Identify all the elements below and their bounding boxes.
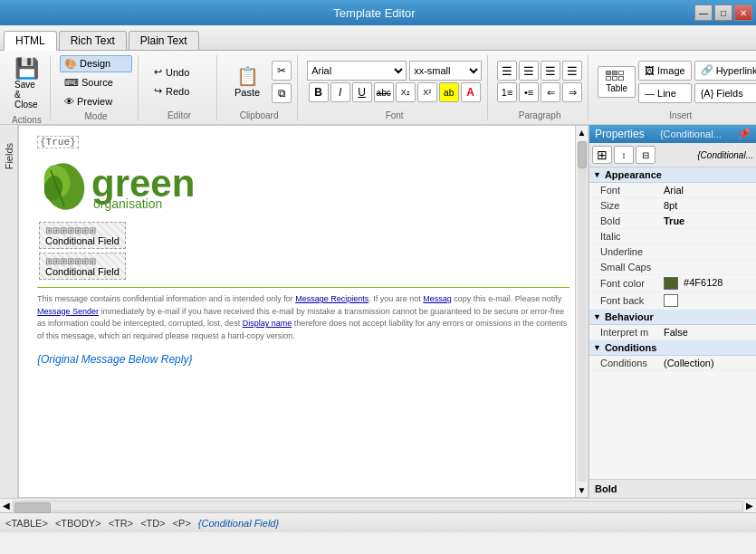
line-icon: —: [645, 88, 655, 99]
image-icon: 🖼: [645, 65, 655, 76]
conditions-section-header[interactable]: ▼ Conditions: [589, 340, 756, 356]
redo-button[interactable]: ↪ Redo: [148, 82, 211, 100]
fields-button[interactable]: {A} Fields: [694, 83, 756, 103]
image-button[interactable]: 🖼 Image: [638, 61, 692, 81]
outdent-button[interactable]: ⇐: [541, 82, 560, 102]
fontback-swatch[interactable]: [664, 294, 678, 307]
title-bar: Template Editor — □ ✕: [0, 0, 756, 25]
insert-group: Table 🖼 Image — Line 🔗 Hyperlink: [592, 55, 756, 120]
vertical-scrollbar[interactable]: ▲ ▼: [575, 126, 588, 497]
message-recipients-link[interactable]: Message Recipients: [295, 294, 368, 303]
subscript-button[interactable]: X₂: [396, 82, 416, 102]
props-view-button[interactable]: ⊟: [636, 146, 656, 164]
maximize-button[interactable]: □: [714, 5, 732, 21]
scroll-up-button[interactable]: ▲: [576, 126, 589, 139]
clipboard-label: Clipboard: [240, 110, 279, 120]
cut-button[interactable]: ✂: [272, 61, 292, 81]
prop-italic: Italic: [589, 229, 756, 244]
status-td-tag[interactable]: <TD>: [140, 518, 166, 529]
font-group: Arial xx-small x-small small medium larg…: [301, 55, 488, 120]
indent-button[interactable]: ⇒: [562, 82, 582, 102]
props-sorted-button[interactable]: ↕: [614, 146, 634, 164]
bottom-scrollbar[interactable]: ◀ ▶: [0, 498, 756, 512]
scroll-down-button[interactable]: ▼: [576, 483, 589, 497]
design-mode-button[interactable]: 🎨 Design: [60, 55, 132, 72]
highlight-button[interactable]: ab: [439, 82, 459, 102]
prop-conditions: Conditions (Collection): [589, 356, 756, 371]
superscript-button[interactable]: X²: [417, 82, 437, 102]
message-sender-link[interactable]: Message Sender: [37, 307, 99, 316]
source-icon: ⌨: [64, 77, 79, 89]
strikethrough-button[interactable]: abc: [374, 82, 394, 102]
line-button[interactable]: — Line: [638, 83, 692, 103]
scroll-thumb-vertical[interactable]: [578, 141, 587, 168]
fields-sidebar-label[interactable]: Fields: [4, 143, 14, 169]
display-name-link[interactable]: Display name: [243, 319, 292, 328]
properties-footer: Bold: [589, 479, 756, 498]
undo-button[interactable]: ↩ Undo: [148, 63, 211, 81]
window-title: Template Editor: [54, 6, 694, 20]
message-recipient-link[interactable]: Messag: [423, 294, 452, 303]
cond-field-2: ⊞⊞⊞⊞⊞⊞⊞ Conditional Field: [39, 253, 126, 280]
scroll-right-button[interactable]: ▶: [743, 499, 756, 512]
hyperlink-icon: 🔗: [701, 64, 713, 76]
conditional-fields-area: ⊞⊞⊞⊞⊞⊞⊞ Conditional Field ⊞⊞⊞⊞⊞⊞⊞ Condit…: [37, 220, 569, 282]
minimize-button[interactable]: —: [694, 5, 713, 21]
editor-scroll[interactable]: {True} green organisation: [19, 126, 588, 497]
status-table-tag[interactable]: <TABLE>: [5, 518, 48, 529]
scroll-thumb-horizontal[interactable]: [14, 502, 51, 513]
insert-label: Insert: [669, 110, 692, 120]
appearance-section-header[interactable]: ▼ Appearance: [589, 167, 756, 183]
align-justify-button[interactable]: ☰: [562, 61, 582, 81]
status-tr-tag[interactable]: <TR>: [109, 518, 134, 529]
prop-fontcolor: Font color #4F6128: [589, 275, 756, 292]
fields-icon: {A}: [701, 88, 714, 99]
behaviour-section-header[interactable]: ▼ Behaviour: [589, 310, 756, 325]
source-mode-button[interactable]: ⌨ Source: [60, 74, 132, 91]
original-message: {Original Message Below Reply}: [37, 353, 569, 366]
preview-mode-button[interactable]: 👁 Preview: [60, 93, 132, 110]
align-right-button[interactable]: ☰: [541, 61, 560, 81]
tab-plaintext[interactable]: Plain Text: [129, 31, 199, 50]
paste-button[interactable]: 📋 Paste: [226, 62, 268, 101]
props-conditional-label: {Conditional...: [697, 150, 753, 160]
italic-button[interactable]: I: [330, 82, 350, 102]
copy-button[interactable]: ⧉: [272, 83, 292, 103]
paragraph-group: ☰ ☰ ☰ ☰ 1≡ •≡ ⇐ ⇒ Paragraph: [492, 55, 589, 120]
undo-icon: ↩: [154, 66, 162, 78]
table-button[interactable]: Table: [598, 66, 636, 98]
clipboard-group: 📋 Paste ✂ ⧉ Clipboard: [221, 55, 298, 120]
font-family-select[interactable]: Arial: [307, 61, 407, 81]
properties-header: Properties {Conditional... 📌: [589, 125, 756, 143]
ordered-list-button[interactable]: 1≡: [497, 82, 517, 102]
fontcolor-swatch[interactable]: [664, 277, 678, 290]
align-center-button[interactable]: ☰: [519, 61, 539, 81]
mode-label: Mode: [84, 111, 107, 121]
status-tbody-tag[interactable]: <TBODY>: [55, 518, 101, 529]
fontcolor-button[interactable]: A: [461, 82, 481, 102]
behaviour-triangle: ▼: [593, 312, 601, 321]
hyperlink-button[interactable]: 🔗 Hyperlink: [694, 61, 756, 81]
underline-button[interactable]: U: [352, 82, 372, 102]
window-controls: — □ ✕: [694, 5, 756, 21]
scroll-left-button[interactable]: ◀: [0, 499, 13, 512]
preview-icon: 👁: [64, 96, 74, 107]
font-size-select[interactable]: xx-small x-small small medium large: [409, 61, 482, 81]
pin-icon[interactable]: 📌: [737, 128, 751, 140]
status-bar: <TABLE> <TBODY> <TR> <TD> <P> {Condition…: [0, 512, 756, 532]
align-left-button[interactable]: ☰: [497, 61, 517, 81]
tab-richtext[interactable]: Rich Text: [59, 31, 127, 50]
actions-group: 💾 Save &Close Actions: [4, 55, 51, 120]
bold-button[interactable]: B: [309, 82, 329, 102]
left-sidebar: Fields: [0, 125, 18, 498]
paragraph-label: Paragraph: [519, 110, 561, 120]
editor-area[interactable]: {True} green organisation: [18, 125, 589, 498]
status-p-tag[interactable]: <P>: [173, 518, 191, 529]
tab-html[interactable]: HTML: [4, 31, 57, 51]
save-close-button[interactable]: 💾 Save &Close: [9, 55, 44, 113]
unordered-list-button[interactable]: •≡: [519, 82, 539, 102]
close-button[interactable]: ✕: [734, 5, 752, 21]
props-categorized-button[interactable]: ⊞: [592, 146, 612, 164]
editor-label: Editor: [167, 110, 191, 120]
design-icon: 🎨: [64, 58, 77, 70]
